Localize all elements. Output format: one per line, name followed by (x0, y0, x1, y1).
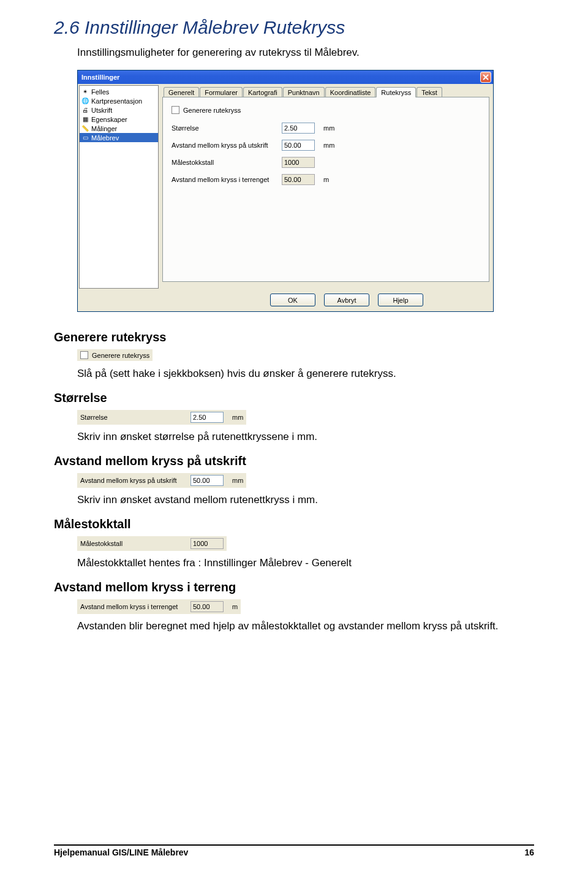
section-heading-generate: Generere rutekryss (54, 330, 534, 344)
dist-print-label-snippet: Avstand mellom kryss på utskrift (80, 477, 190, 484)
table-icon: ▦ (81, 115, 89, 124)
tab-generelt[interactable]: Generelt (164, 87, 199, 97)
settings-dialog: Innstillinger ✴Felles 🌐Kartpresentasjon … (77, 70, 494, 312)
sidebar-item-utskrift[interactable]: 🖨Utskrift (80, 105, 158, 115)
help-button[interactable]: Hjelp (378, 294, 423, 306)
section-text-generate: Slå på (sett hake i sjekkboksen) hvis du… (77, 368, 534, 380)
sidebar-item-kartpresentasjon[interactable]: 🌐Kartpresentasjon (80, 96, 158, 105)
snippet-scale: Målestokkstall (77, 536, 227, 551)
snippet-generate: Generere rutekryss (77, 349, 153, 361)
size-unit: mm (323, 124, 334, 132)
size-input-snippet[interactable] (190, 412, 224, 423)
tab-bar: Generelt Formularer Kartografi Punktnavn… (162, 86, 489, 97)
section-text-scale: Målestokktallet hentes fra : Innstilling… (77, 557, 534, 569)
dist-terrain-label: Avstand mellom kryss i terrenget (172, 176, 282, 183)
sidebar-item-label: Utskrift (91, 107, 112, 114)
scale-input-snippet (190, 538, 224, 549)
section-heading-dist-print: Avstand mellom kryss på utskrift (54, 454, 534, 468)
dist-print-unit: mm (323, 142, 334, 149)
globe-icon: 🌐 (81, 97, 89, 105)
sidebar-item-label: Egenskaper (91, 116, 127, 123)
sidebar-item-felles[interactable]: ✴Felles (80, 87, 158, 96)
size-input[interactable] (282, 123, 315, 134)
doc-icon: ▭ (81, 134, 89, 142)
tab-content-rutekryss: Generere rutekryss Størrelse mm Avstand … (162, 97, 489, 282)
tab-kartografi[interactable]: Kartografi (243, 87, 282, 97)
sidebar-item-egenskaper[interactable]: ▦Egenskaper (80, 115, 158, 124)
sidebar-item-malinger[interactable]: 📏Målinger (80, 124, 158, 133)
tab-rutekryss[interactable]: Rutekryss (376, 87, 416, 97)
scale-label: Målestokkstall (172, 159, 282, 166)
ruler-icon: 📏 (81, 124, 89, 133)
sidebar-item-malebrev[interactable]: ▭Målebrev (80, 133, 158, 142)
section-heading-dist-terrain: Avstand mellom kryss i terreng (54, 580, 534, 594)
dist-terrain-label-snippet: Avstand mellom kryss i terrenget (80, 603, 190, 610)
dist-terrain-input-snippet (190, 601, 224, 612)
section-text-size: Skriv inn ønsket størrelse på rutenettkr… (77, 431, 534, 443)
settings-sidebar: ✴Felles 🌐Kartpresentasjon 🖨Utskrift ▦Ege… (79, 85, 159, 289)
tab-punktnavn[interactable]: Punktnavn (283, 87, 325, 97)
generate-checkbox[interactable] (172, 106, 179, 114)
section-heading-scale: Målestokktall (54, 517, 534, 531)
close-icon[interactable] (480, 72, 491, 83)
tab-tekst[interactable]: Tekst (417, 87, 442, 97)
page-footer: Hjelpemanual GIS/LINE Målebrev 16 (54, 844, 534, 857)
section-text-dist-terrain: Avstanden blir beregnet med hjelp av mål… (77, 620, 534, 632)
sidebar-item-label: Kartpresentasjon (91, 97, 142, 105)
dist-terrain-unit: m (323, 176, 329, 183)
ok-button[interactable]: OK (270, 294, 315, 306)
page-title: 2.6 Innstillinger Målebrev Rutekryss (54, 17, 534, 38)
snippet-dist-terrain: Avstand mellom kryss i terrenget m (77, 599, 241, 614)
size-label-snippet: Størrelse (80, 414, 190, 421)
cancel-button[interactable]: Avbryt (324, 294, 369, 306)
generate-checkbox-label: Generere rutekryss (183, 107, 241, 114)
sidebar-item-label: Målebrev (91, 134, 119, 142)
snippet-size: Størrelse mm (77, 410, 246, 425)
star-icon: ✴ (81, 88, 89, 96)
scale-input (282, 157, 315, 168)
size-label: Størrelse (172, 124, 282, 132)
dist-print-input-snippet[interactable] (190, 475, 224, 486)
sidebar-item-label: Felles (91, 88, 109, 96)
scale-label-snippet: Målestokkstall (80, 540, 190, 547)
tab-koordinatliste[interactable]: Koordinatliste (325, 87, 376, 97)
dialog-title: Innstillinger (81, 74, 119, 81)
dist-print-input[interactable] (282, 140, 315, 151)
dialog-titlebar: Innstillinger (78, 70, 493, 84)
printer-icon: 🖨 (81, 106, 89, 115)
generate-checkbox-label-snippet: Generere rutekryss (92, 352, 149, 359)
tab-formularer[interactable]: Formularer (200, 87, 243, 97)
dist-print-label: Avstand mellom kryss på utskrift (172, 142, 282, 149)
snippet-dist-print: Avstand mellom kryss på utskrift mm (77, 473, 246, 488)
intro-text: Innstillingsmuligheter for generering av… (77, 47, 534, 59)
dist-print-unit-snippet: mm (232, 477, 243, 484)
generate-checkbox-snippet[interactable] (80, 351, 88, 359)
dist-terrain-unit-snippet: m (232, 603, 238, 610)
sidebar-item-label: Målinger (91, 125, 117, 132)
size-unit-snippet: mm (232, 414, 243, 421)
dist-terrain-input (282, 174, 315, 185)
footer-right: 16 (524, 847, 534, 857)
section-heading-size: Størrelse (54, 391, 534, 405)
section-text-dist-print: Skriv inn ønsket avstand mellom rutenett… (77, 494, 534, 506)
footer-left: Hjelpemanual GIS/LINE Målebrev (54, 847, 188, 857)
